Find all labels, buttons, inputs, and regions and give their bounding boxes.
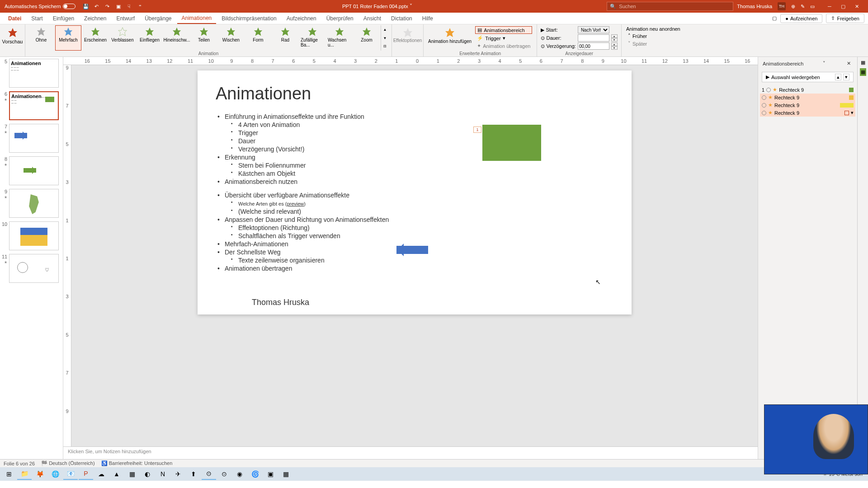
obs-icon[interactable]: ⊙ <box>202 468 216 480</box>
search-input[interactable]: 🔍 Suchen <box>607 2 733 11</box>
tab-einfuegen[interactable]: Einfügen <box>48 14 79 23</box>
tab-datei[interactable]: Datei <box>4 14 26 23</box>
maximize-button[interactable]: ▢ <box>837 2 849 11</box>
app-icon-6[interactable]: ◉ <box>232 468 247 480</box>
app-icon-3[interactable]: ◐ <box>140 468 155 480</box>
side-panel-icon-2[interactable]: ▦ <box>860 68 866 76</box>
close-button[interactable]: ✕ <box>851 2 863 11</box>
animation-uebertragen-button[interactable]: ✦ Animation übertragen <box>475 42 532 49</box>
thumb-11[interactable]: ♡ <box>9 254 59 283</box>
redo-icon[interactable]: ↷ <box>104 3 111 9</box>
user-name[interactable]: Thomas Hruska <box>737 4 772 9</box>
thumb-5[interactable]: Animationen— — —— — — <box>9 59 59 88</box>
present-icon[interactable]: ▣ <box>115 3 122 9</box>
green-rectangle-shape[interactable] <box>482 125 541 161</box>
thumb-10[interactable] <box>9 221 59 250</box>
thumb-7[interactable] <box>9 124 59 153</box>
tab-entwurf[interactable]: Entwurf <box>112 14 139 23</box>
anim-wachsen[interactable]: Wachsen u... <box>326 25 353 51</box>
outlook-icon[interactable]: 📧 <box>63 468 78 480</box>
anim-hineinschweben[interactable]: Hineinschw... <box>164 25 190 51</box>
aufzeichnen-button[interactable]: ● Aufzeichnen <box>780 14 822 23</box>
start-menu-icon[interactable]: ⊞ <box>2 468 16 480</box>
minimize-button[interactable]: ─ <box>824 2 835 11</box>
undo-icon[interactable]: ↶ <box>94 3 100 9</box>
play-selection-button[interactable]: ▶ Auswahl wiedergeben ▴▾ <box>762 72 854 82</box>
anim-ohne[interactable]: Ohne <box>28 25 54 51</box>
frueher-button[interactable]: ˄ Früher <box>626 33 680 39</box>
tab-ueberpruefen[interactable]: Überprüfen <box>322 14 358 23</box>
freigeben-button[interactable]: ⇪ Freigeben <box>826 14 864 23</box>
tab-dictation[interactable]: Dictation <box>387 14 417 23</box>
gallery-more[interactable]: ▲▼⊟ <box>381 25 389 51</box>
app-icon-4[interactable]: ⬆ <box>186 468 201 480</box>
anim-teilen[interactable]: Teilen <box>191 25 217 51</box>
chevron-down-icon[interactable]: ˅ <box>821 61 827 66</box>
app-icon-7[interactable]: ▣ <box>263 468 278 480</box>
start-select[interactable]: Nach Vorher... <box>578 26 609 33</box>
verz-input[interactable] <box>578 42 609 50</box>
autosave-toggle[interactable]: Automatisches Speichern <box>2 4 78 9</box>
anim-mehrfach[interactable]: Mehrfach <box>55 25 81 51</box>
anim-entry-3[interactable]: ★Rechteck 9 <box>760 101 855 109</box>
thumb-8[interactable] <box>9 156 59 185</box>
app-icon-8[interactable]: ▦ <box>278 468 293 480</box>
thumb-6[interactable]: Animationen— —— —— — <box>9 91 59 120</box>
more-icon[interactable]: ⁼ <box>137 3 143 9</box>
vlc-icon[interactable]: ▲ <box>109 468 124 480</box>
notes-area[interactable]: Klicken Sie, um Notizen hinzuzufügen <box>63 446 758 459</box>
filename[interactable]: PPT 01 Roter Faden 004.pptx ˅ <box>148 3 607 9</box>
anim-einfliegen[interactable]: Einfliegen <box>137 25 163 51</box>
collapse-ribbon-icon[interactable]: ▢ <box>772 15 777 21</box>
app-icon-2[interactable]: ▦ <box>125 468 139 480</box>
tab-aufzeichnen[interactable]: Aufzeichnen <box>282 14 321 23</box>
telegram-icon[interactable]: ✈ <box>171 468 185 480</box>
brush-icon[interactable]: ✎ <box>801 4 805 9</box>
anim-wischen[interactable]: Wischen <box>218 25 244 51</box>
tab-animationen[interactable]: Animationen <box>177 13 217 24</box>
app-icon[interactable]: ☁ <box>94 468 108 480</box>
accessibility-status[interactable]: ♿ Barrierefreiheit: Untersuchen <box>101 460 173 466</box>
globe-icon[interactable]: ⊕ <box>791 4 795 9</box>
tab-hilfe[interactable]: Hilfe <box>418 14 438 23</box>
close-pane-icon[interactable]: ✕ <box>845 61 853 66</box>
explorer-icon[interactable]: 📁 <box>17 468 32 480</box>
anim-zoom[interactable]: Zoom <box>354 25 380 51</box>
anim-verblassen[interactable]: Verblassen <box>109 25 136 51</box>
tab-zeichnen[interactable]: Zeichnen <box>80 14 111 23</box>
anim-form[interactable]: Form <box>245 25 271 51</box>
user-badge[interactable]: TH <box>778 2 786 10</box>
anim-entry-2[interactable]: ★Rechteck 9 <box>760 94 855 101</box>
animationsbereich-button[interactable]: ▤ Animationsbereich <box>475 26 532 34</box>
add-animation-button[interactable]: Animation hinzufügen <box>426 25 473 51</box>
lang-status[interactable]: 🏁 Deutsch (Österreich) <box>41 460 95 466</box>
tab-ansicht[interactable]: Ansicht <box>359 14 386 23</box>
preview-button[interactable]: Vorschau <box>3 25 22 46</box>
trigger-button[interactable]: ⚡ Trigger ▾ <box>475 35 532 42</box>
slide-counter[interactable]: Folie 6 von 26 <box>4 461 35 466</box>
onenote-icon[interactable]: N <box>156 468 170 480</box>
chrome-icon[interactable]: 🌐 <box>48 468 62 480</box>
tab-start[interactable]: Start <box>27 14 47 23</box>
anim-entry-1[interactable]: 1★Rechteck 9 <box>760 86 855 94</box>
window-icon[interactable]: ▭ <box>810 4 815 9</box>
anim-rad[interactable]: Rad <box>272 25 298 51</box>
tab-uebergange[interactable]: Übergänge <box>140 14 176 23</box>
powerpoint-icon[interactable]: P <box>79 468 93 480</box>
slide-canvas[interactable]: Animationen Einführung in Animationseffe… <box>198 70 632 314</box>
side-panel-icon[interactable]: ▦ <box>861 60 865 66</box>
dauer-input[interactable] <box>578 34 609 42</box>
thumb-9[interactable] <box>9 189 59 218</box>
blue-arrow-shape[interactable] <box>396 246 428 254</box>
spaeter-button[interactable]: ˅ Später <box>626 40 680 47</box>
anim-erscheinen[interactable]: Erscheinen <box>82 25 108 51</box>
animation-tag[interactable]: 1 <box>473 127 481 133</box>
touch-icon[interactable]: ☟ <box>126 3 132 9</box>
save-icon[interactable]: 💾 <box>83 3 89 9</box>
firefox-icon[interactable]: 🦊 <box>33 468 47 480</box>
anim-zufaellig[interactable]: Zufällige Ba... <box>299 25 326 51</box>
anim-entry-4[interactable]: ★Rechteck 9▾ <box>760 109 855 117</box>
edge-icon[interactable]: 🌀 <box>248 468 262 480</box>
app-icon-5[interactable]: ⊙ <box>217 468 231 480</box>
tab-bildschirm[interactable]: Bildschirmpräsentation <box>217 14 281 23</box>
